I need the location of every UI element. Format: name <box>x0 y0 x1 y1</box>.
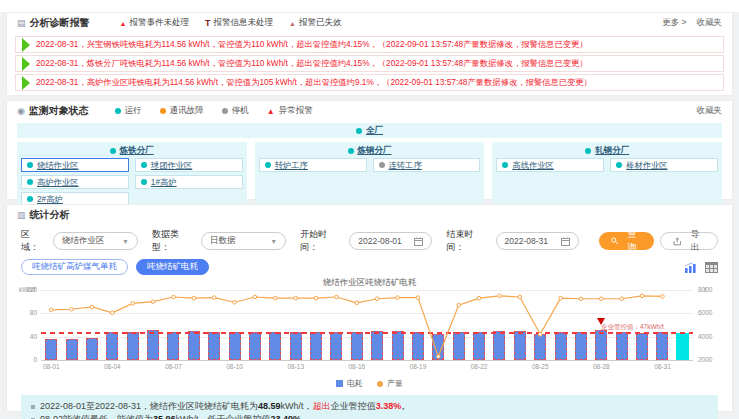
x-axis-tick: 08-04 <box>97 363 127 370</box>
tree-node[interactable]: 转炉工序 <box>259 158 367 172</box>
more-link[interactable]: 更多 > <box>662 17 686 29</box>
right-axis-tick: 4000 <box>698 333 712 340</box>
stats-panel: ▥ 统计分析 区域： 烧结作业区▼ 数据类型： 日数据▼ 开始时间： 2022-… <box>6 204 733 412</box>
tree-group-items: 转炉工序连铸工序 <box>259 158 481 172</box>
tree-node-label: 烧结作业区 <box>37 160 78 171</box>
status-dot <box>141 162 147 168</box>
summary-segment: 35.96 <box>153 413 176 419</box>
legend-item-line[interactable]: 产量 <box>377 378 403 389</box>
tree-node[interactable]: 连铸工序 <box>373 158 481 172</box>
tree-node-root[interactable]: 全厂 <box>17 123 722 138</box>
stats-panel-title: 统计分析 <box>30 208 70 222</box>
alarm-triangle-icon: ▲ <box>267 107 275 116</box>
tree-node[interactable]: 高炉作业区 <box>21 175 129 189</box>
metric-tab-1[interactable]: 吨烧结矿电耗 <box>136 259 209 275</box>
tree-node-root-label: 全厂 <box>366 125 383 137</box>
alarm-tab-label: 报警已失效 <box>299 17 342 29</box>
datatype-label: 数据类型： <box>152 228 195 254</box>
tree-group-label: 炼铁分厂 <box>120 145 154 157</box>
summary-line: 2022-08-01至2022-08-31，烧结作业区吨烧结矿电耗为48.59k… <box>31 400 708 413</box>
line-legend-swatch <box>377 381 383 387</box>
max-value-marker-icon <box>597 318 605 325</box>
calendar-icon <box>561 237 570 246</box>
x-axis-tick: 08-07 <box>158 363 188 370</box>
export-button[interactable]: 导 出 <box>660 232 718 250</box>
left-axis-tick: 80 <box>15 309 37 316</box>
green-flag-icon <box>22 76 30 90</box>
tree-node[interactable]: 球团作业区 <box>135 158 243 172</box>
status-dot <box>348 148 354 154</box>
chevron-down-icon: ▼ <box>270 238 277 245</box>
favorite-link-2[interactable]: 收藏夹 <box>697 105 723 117</box>
bar-chart-icon: ▥ <box>17 210 26 220</box>
status-dot <box>356 128 362 134</box>
x-axis-tick: 08-31 <box>647 363 677 370</box>
tree-group-label: 轧钢分厂 <box>595 145 629 157</box>
x-axis-tick: 08-13 <box>281 363 311 370</box>
x-axis-tick: 08-01 <box>36 363 66 370</box>
status-legend: 运行通讯故障停机▲异常报警 <box>115 105 313 117</box>
tree-node[interactable]: 烧结作业区 <box>21 158 129 172</box>
legend-label: 运行 <box>125 105 142 117</box>
bullet-icon <box>31 405 35 409</box>
table-view-icon[interactable] <box>705 262 718 273</box>
start-date-input[interactable]: 2022-08-01 <box>349 232 432 250</box>
left-axis-tick: 120 <box>15 286 37 293</box>
alert-row[interactable]: 2022-08-31，高炉作业区吨铁电耗为114.56 kWh/t，管控值为10… <box>15 74 724 91</box>
status-dot <box>27 162 33 168</box>
status-panel-header: ◉ 监测对象状态 运行通讯故障停机▲异常报警 收藏夹 <box>7 101 732 121</box>
alarm-panel-header: ▤ 分析诊断报警 ▲报警事件未处理T报警信息未处理▲报警已失效 更多 > 收藏夹 <box>7 13 732 33</box>
tree-node-label: 球团作业区 <box>151 160 192 171</box>
legend-item-bar[interactable]: 电耗 <box>336 378 363 389</box>
status-dot <box>27 179 33 185</box>
status-panel: ◉ 监测对象状态 运行通讯故障停机▲异常报警 收藏夹 全厂 炼铁分厂烧结作业区球… <box>6 100 733 200</box>
alert-row[interactable]: 2022-08-31，兴宝钢铁吨铁电耗为114.56 kWh/t，管控值为110… <box>15 36 724 53</box>
search-icon <box>611 237 619 245</box>
status-dot <box>115 108 121 114</box>
alarm-tab-2[interactable]: ▲报警已失效 <box>289 17 341 29</box>
alert-list: 2022-08-31，兴宝钢铁吨铁电耗为114.56 kWh/t，管控值为110… <box>7 33 732 92</box>
legend-comm_fault: 通讯故障 <box>160 105 204 117</box>
alarm-tab-0[interactable]: ▲报警事件未处理 <box>120 17 189 29</box>
x-axis-tick: 08-10 <box>220 363 250 370</box>
tree-node-label: 转炉工序 <box>275 160 308 171</box>
alarm-panel: ▤ 分析诊断报警 ▲报警事件未处理T报警信息未处理▲报警已失效 更多 > 收藏夹… <box>6 12 733 96</box>
legend-label: 异常报警 <box>279 105 313 117</box>
end-date-input[interactable]: 2022-08-31 <box>496 232 579 250</box>
tree-node[interactable]: 高线作业区 <box>496 158 604 172</box>
region-label: 区域： <box>21 228 47 254</box>
summary-line: 08-02能效值最低，能效值为35.96kWh/t，低于企业管控值23.49%。 <box>31 413 708 419</box>
tree-group-header[interactable]: 轧钢分厂 <box>496 144 718 158</box>
start-date-label: 开始时间： <box>300 228 343 254</box>
calendar-icon <box>414 237 423 246</box>
tree-group-0: 炼铁分厂烧结作业区球团作业区高炉作业区1#高炉2#高炉 <box>17 142 247 210</box>
legend-alarm: ▲异常报警 <box>267 105 313 117</box>
summary-segment: kWh/t，低于企业管控值 <box>176 413 271 419</box>
query-button[interactable]: 查 询 <box>599 232 654 250</box>
left-axis-tick: 40 <box>15 333 37 340</box>
alarm-tab-1[interactable]: T报警信息未处理 <box>205 17 273 29</box>
left-axis-tick: 0 <box>15 356 37 363</box>
metric-tab-row: 吨烧结矿高炉煤气单耗吨烧结矿电耗 <box>7 254 732 275</box>
status-dot <box>222 108 228 114</box>
tree-group-2: 轧钢分厂高线作业区棒材作业区 <box>492 142 722 210</box>
tree-node-label: 1#高炉 <box>151 177 177 188</box>
status-dot <box>265 162 271 168</box>
x-axis-tick: 08-25 <box>525 363 555 370</box>
summary-segment: 。 <box>301 413 310 419</box>
right-axis-tick: 6000 <box>698 309 712 316</box>
tree-group-header[interactable]: 炼铁分厂 <box>21 144 243 158</box>
alarm-panel-title: 分析诊断报警 <box>30 16 90 30</box>
tree-node[interactable]: 棒材作业区 <box>610 158 718 172</box>
favorite-link[interactable]: 收藏夹 <box>697 17 723 29</box>
chart-view-icon[interactable] <box>684 262 697 273</box>
tree-group-header[interactable]: 炼钢分厂 <box>259 144 481 158</box>
tree-node[interactable]: 1#高炉 <box>135 175 243 189</box>
region-select[interactable]: 烧结作业区▼ <box>53 232 138 250</box>
datatype-select[interactable]: 日数据▼ <box>201 232 286 250</box>
metric-tab-0[interactable]: 吨烧结矿高炉煤气单耗 <box>21 259 128 275</box>
status-dot <box>585 148 591 154</box>
tree-groups: 炼铁分厂烧结作业区球团作业区高炉作业区1#高炉2#高炉炼钢分厂转炉工序连铸工序轧… <box>17 142 722 210</box>
alert-row[interactable]: 2022-08-31，炼铁分厂吨铁电耗为114.56 kWh/t，管控值为110… <box>15 55 724 72</box>
tree-group-1: 炼钢分厂转炉工序连铸工序 <box>255 142 485 210</box>
